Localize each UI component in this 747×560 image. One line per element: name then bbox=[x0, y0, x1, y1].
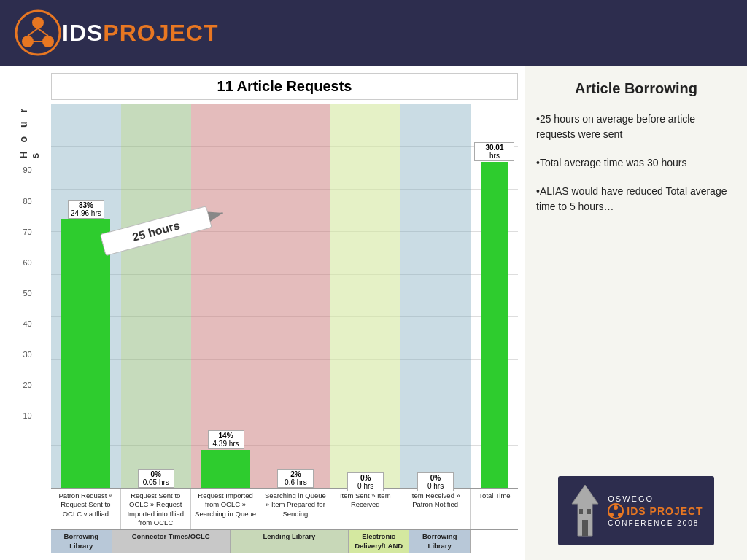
y-tick: 80 bbox=[23, 197, 31, 206]
y-tick: 90 bbox=[23, 166, 31, 174]
col-labels-area: Patron Request » Request Sent to OCLC vi… bbox=[51, 489, 518, 529]
bar-hrs-4: 0.6 hrs bbox=[280, 478, 311, 486]
bar-pct-1: 83% bbox=[71, 201, 101, 209]
bar-col-4: 2% 0.6 hrs bbox=[260, 104, 330, 488]
bar-pct-2: 0% bbox=[141, 470, 171, 478]
bar-col-2: 0% 0.05 hrs bbox=[121, 104, 191, 488]
y-tick: 50 bbox=[23, 289, 31, 298]
cat-label-connector: Connector Times/OCLC bbox=[112, 530, 231, 553]
oswego-tower-icon bbox=[569, 483, 602, 538]
bar-rect-3 bbox=[201, 450, 250, 488]
logo-ids-text: IDS bbox=[62, 20, 103, 47]
columns-container: 25 hours 83% 24.96 hrs bbox=[51, 104, 518, 553]
y-tick: 70 bbox=[23, 228, 31, 236]
bar-inner-5: 0% 0 hrs bbox=[341, 472, 390, 488]
conf-text: CONFERENCE 2008 bbox=[608, 519, 703, 527]
ids-project-text: IDS PROJECT bbox=[627, 505, 703, 517]
y-tick: 10 bbox=[23, 411, 31, 420]
logo-project-text: PROJECT bbox=[103, 20, 218, 47]
bar-col-5: 0% 0 hrs bbox=[330, 104, 400, 488]
svg-line-4 bbox=[28, 28, 38, 36]
bar-col-1: 83% 24.96 hrs bbox=[51, 104, 121, 488]
category-area: Borrowing Library Connector Times/OCLC L… bbox=[51, 529, 518, 553]
y-ticks: 90 80 70 60 50 40 30 20 10 bbox=[23, 166, 35, 451]
col-labels: Patron Request » Request Sent to OCLC vi… bbox=[51, 489, 471, 529]
svg-line-10 bbox=[209, 213, 222, 217]
bullet-1: •25 hours on average before article requ… bbox=[536, 112, 736, 142]
col-label-2: Request Sent to OCLC » Request Imported … bbox=[121, 489, 191, 529]
bar-hrs-5: 0 hrs bbox=[350, 482, 381, 490]
total-hrs-label: hrs bbox=[477, 152, 511, 160]
total-hrs-top: 30.01 bbox=[477, 144, 511, 152]
cat-label-electronic: Electronic Delivery/LAND bbox=[349, 530, 410, 553]
bar-hrs-6: 0 hrs bbox=[420, 482, 451, 490]
bar-inner-2: 0% 0.05 hrs bbox=[131, 469, 180, 488]
svg-point-16 bbox=[614, 505, 618, 510]
svg-rect-14 bbox=[587, 509, 591, 514]
oswego-text-block: OSWEGO IDS PROJECT CONFERENCE 2008 bbox=[608, 494, 703, 527]
svg-point-18 bbox=[618, 513, 622, 517]
cat-label-borrowing2: Borrowing Library bbox=[409, 530, 471, 553]
chart-area: 11 Article Requests H o u r s 90 80 70 6… bbox=[0, 66, 525, 560]
svg-line-5 bbox=[38, 28, 48, 36]
bullet-3: •ALIAS would have reduced Total average … bbox=[536, 184, 736, 214]
y-tick: 40 bbox=[23, 319, 31, 328]
total-bar-rect bbox=[481, 162, 508, 488]
total-col-label: Total Time bbox=[471, 489, 518, 529]
ids-logo-icon bbox=[15, 9, 62, 57]
total-bar-label: 30.01 hrs bbox=[474, 142, 514, 161]
bar-label-3: 14% 4.39 hrs bbox=[208, 430, 244, 449]
y-axis-label: H o u r s bbox=[18, 104, 41, 158]
cat-total bbox=[471, 530, 518, 553]
bar-hrs-3: 4.39 hrs bbox=[211, 440, 241, 448]
svg-rect-13 bbox=[579, 509, 583, 514]
col-label-1: Patron Request » Request Sent to OCLC vi… bbox=[51, 489, 121, 529]
bar-label-6: 0% 0 hrs bbox=[417, 472, 454, 491]
cat-label-lending: Lending Library bbox=[231, 530, 349, 553]
bar-inner-3: 14% 4.39 hrs bbox=[201, 430, 250, 488]
oswego-text: OSWEGO bbox=[608, 494, 703, 503]
bars-area: 25 hours 83% 24.96 hrs bbox=[51, 104, 518, 489]
bar-pct-5: 0% bbox=[350, 474, 381, 482]
logo-container: IDS PROJECT bbox=[15, 9, 218, 57]
svg-point-1 bbox=[32, 17, 44, 28]
bar-inner-4: 2% 0.6 hrs bbox=[271, 469, 320, 488]
cat-labels: Borrowing Library Connector Times/OCLC L… bbox=[51, 530, 471, 553]
article-borrowing-title: Article Borrowing bbox=[536, 80, 736, 97]
cat-label-borrowing1: Borrowing Library bbox=[51, 530, 112, 553]
bar-col-3: 14% 4.39 hrs bbox=[191, 104, 261, 488]
bar-pct-4: 2% bbox=[280, 470, 311, 478]
col-label-5: Item Sent » Item Received bbox=[330, 489, 400, 529]
bar-label-5: 0% 0 hrs bbox=[347, 472, 384, 491]
total-bar-inner: 30.01 hrs bbox=[476, 142, 513, 488]
oswego-box: OSWEGO IDS PROJECT CONFERENCE 2008 bbox=[558, 476, 713, 545]
svg-rect-12 bbox=[582, 520, 588, 536]
bar-inner-6: 0% 0 hrs bbox=[411, 472, 460, 488]
col-label-4: Searching in Queue » Item Prepared for S… bbox=[260, 489, 330, 529]
ids-small-logo-icon bbox=[608, 503, 624, 519]
header: IDS PROJECT bbox=[0, 0, 747, 66]
bullet-2: •Total average time was 30 hours bbox=[536, 155, 736, 171]
y-tick: 20 bbox=[23, 381, 31, 389]
bar-col-6: 0% 0 hrs bbox=[400, 104, 471, 488]
y-tick bbox=[30, 442, 32, 451]
bar-label-2: 0% 0.05 hrs bbox=[138, 469, 174, 488]
bar-label-4: 2% 0.6 hrs bbox=[277, 469, 314, 488]
bar-hrs-2: 0.05 hrs bbox=[141, 478, 171, 486]
svg-point-17 bbox=[609, 513, 614, 517]
y-tick: 60 bbox=[23, 258, 31, 267]
chart-body: H o u r s 90 80 70 60 50 40 30 20 10 bbox=[7, 104, 518, 553]
oswego-logo: OSWEGO IDS PROJECT CONFERENCE 2008 bbox=[536, 476, 736, 545]
col-label-6: Item Received » Patron Notified bbox=[400, 489, 471, 529]
main-content: 11 Article Requests H o u r s 90 80 70 6… bbox=[0, 66, 747, 560]
total-col: 30.01 hrs bbox=[471, 104, 518, 488]
chart-title: 11 Article Requests bbox=[51, 73, 518, 100]
bar-pct-6: 0% bbox=[420, 474, 451, 482]
col-label-3: Request Imported from OCLC » Searching i… bbox=[191, 489, 261, 529]
bar-pct-3: 14% bbox=[211, 432, 241, 440]
y-tick: 30 bbox=[23, 350, 31, 359]
y-axis: H o u r s 90 80 70 60 50 40 30 20 10 bbox=[7, 104, 51, 553]
right-panel: Article Borrowing •25 hours on average b… bbox=[525, 66, 747, 560]
